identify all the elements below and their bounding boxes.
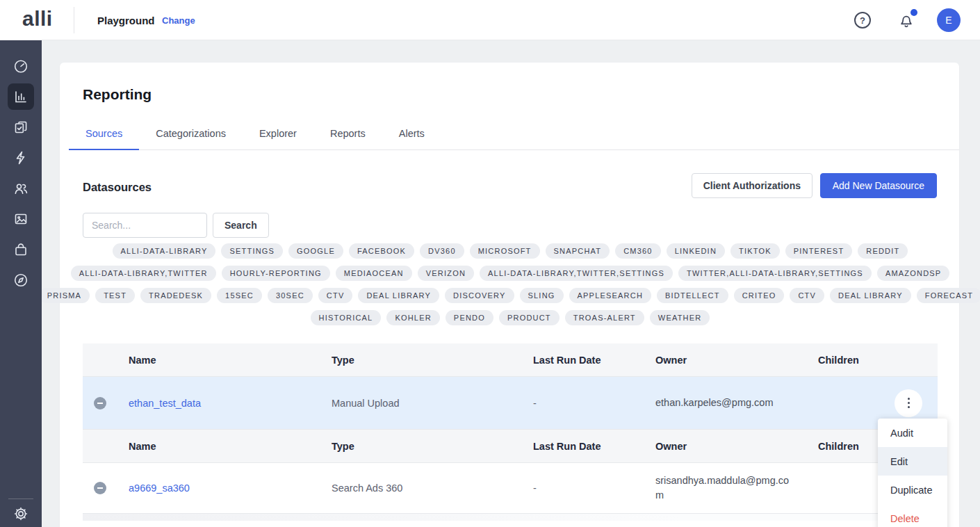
tag-chip[interactable]: SNAPCHAT [546, 243, 610, 259]
tag-chip[interactable]: 30SEC [268, 288, 313, 303]
tag-chip[interactable]: TRADEDESK [140, 288, 211, 303]
tag-chip[interactable]: CRITEO [734, 288, 785, 303]
add-new-datasource-button[interactable]: Add New Datasource [820, 173, 937, 198]
gauge-icon [13, 58, 29, 74]
tab-categorizations[interactable]: Categorizations [139, 117, 243, 150]
tag-chip[interactable]: SLING [520, 288, 564, 303]
user-avatar[interactable]: E [937, 8, 961, 32]
tag-chip[interactable]: DEAL LIBRARY [358, 288, 439, 303]
clipboard-check-icon [13, 119, 29, 136]
tab-explorer[interactable]: Explorer [243, 117, 313, 150]
sidebar-item-reporting[interactable] [8, 83, 34, 110]
row-context-menu: Audit Edit Duplicate Delete [878, 419, 947, 527]
tag-chip[interactable]: TWITTER,ALLI-DATA-LIBRARY,SETTINGS [678, 266, 872, 281]
menu-item-duplicate[interactable]: Duplicate [878, 476, 947, 504]
sidebar-item-tasks[interactable] [8, 114, 34, 140]
tag-chip[interactable]: PRODUCT [499, 310, 560, 325]
alli-logo[interactable]: alli [22, 7, 53, 31]
tag-chip[interactable]: TEST [95, 288, 135, 303]
row-actions-kebab-icon[interactable] [895, 389, 922, 417]
tag-chip[interactable]: VERIZON [418, 266, 474, 281]
search-input[interactable] [83, 213, 207, 238]
col-name: Name [129, 355, 332, 366]
collapse-row-icon[interactable] [94, 397, 106, 410]
tag-chip[interactable]: CTV [790, 288, 824, 303]
tag-chip[interactable]: CM360 [615, 243, 660, 259]
content-card: Reporting Sources Categorizations Explor… [60, 63, 959, 527]
menu-item-edit[interactable]: Edit [878, 447, 947, 476]
sidebar-item-audiences[interactable] [8, 175, 34, 202]
tag-chip[interactable]: DV360 [420, 243, 464, 259]
tag-chip[interactable]: PENDO [446, 310, 493, 325]
notification-dot [910, 9, 917, 16]
tag-chip[interactable]: MICROSOFT [470, 243, 540, 259]
tag-chip[interactable]: LINKEDIN [667, 243, 725, 259]
tag-chip[interactable]: BIDTELLECT [657, 288, 728, 303]
tag-chip[interactable]: DISCOVERY [445, 288, 514, 303]
gear-icon [13, 505, 29, 522]
lightning-icon [13, 149, 29, 166]
tag-chip[interactable]: FORECAST [917, 288, 980, 303]
notifications-bell-icon[interactable] [897, 11, 915, 29]
tag-chip[interactable]: CTV [318, 288, 353, 303]
search-button[interactable]: Search [213, 213, 269, 238]
sidebar-item-marketplace[interactable] [8, 236, 34, 263]
client-authorizations-button[interactable]: Client Authorizations [692, 173, 812, 198]
table-header: Name Type Last Run Date Owner Children [83, 343, 938, 377]
sidebar-item-dashboard[interactable] [8, 53, 34, 79]
tag-chip[interactable]: MEDIAOCEAN [336, 266, 412, 281]
table-row[interactable]: ethan_test_data Manual Upload - ethan.ka… [83, 377, 938, 430]
tag-chip[interactable]: REDDIT [858, 243, 908, 259]
topbar-divider [74, 7, 74, 33]
tab-bar: Sources Categorizations Explorer Reports… [69, 117, 959, 150]
datasource-name-link[interactable]: ethan_test_data [129, 398, 332, 409]
tab-reports[interactable]: Reports [313, 117, 382, 150]
sidebar-divider [8, 498, 33, 499]
col-owner: Owner [655, 355, 818, 366]
tag-chip[interactable]: TROAS-ALERT [565, 310, 644, 325]
tab-alerts[interactable]: Alerts [382, 117, 441, 150]
tab-sources[interactable]: Sources [69, 117, 139, 150]
menu-item-audit[interactable]: Audit [878, 419, 947, 447]
tag-chip[interactable]: KOHLER [386, 310, 439, 325]
users-icon [13, 180, 29, 197]
sidebar-item-settings[interactable] [8, 501, 34, 527]
datasource-type: Search Ads 360 [332, 483, 533, 494]
tag-chip[interactable]: SETTINGS [221, 243, 283, 259]
tag-row: ALLI-DATA-LIBRARY,TWITTER HOURLY-REPORTI… [83, 266, 938, 281]
tag-chip[interactable]: ALLI-DATA-LIBRARY,TWITTER,SETTINGS [480, 266, 673, 281]
datasource-name-link[interactable]: a9669_sa360 [129, 483, 332, 494]
sidebar-item-explore[interactable] [8, 267, 34, 293]
image-icon [13, 211, 29, 227]
tag-chip[interactable]: GOOGLE [288, 243, 343, 259]
tag-chip[interactable]: HISTORICAL [311, 310, 382, 325]
datasources-table: Name Type Last Run Date Owner Children e… [83, 343, 938, 521]
tag-chip[interactable]: APPLESEARCH [569, 288, 652, 303]
help-icon[interactable]: ? [854, 12, 871, 29]
col-last-run: Last Run Date [533, 441, 655, 452]
tag-chip[interactable]: WEATHER [650, 310, 710, 325]
table-row[interactable]: a9669_sa360 Search Ads 360 - srisandhya.… [83, 463, 938, 514]
tag-chip[interactable]: ALLI-DATA-LIBRARY,TWITTER [71, 266, 216, 281]
tag-chip[interactable]: PRISMA [39, 288, 90, 303]
tag-chip[interactable]: 15SEC [217, 288, 262, 303]
col-name: Name [129, 441, 332, 452]
tag-chip[interactable]: TIKTOK [730, 243, 780, 259]
collapse-row-icon[interactable] [94, 482, 106, 494]
tag-chip[interactable]: DEAL LIBRARY [830, 288, 911, 303]
tag-chip[interactable]: ALLI-DATA-LIBRARY [113, 243, 216, 259]
sidebar-item-activations[interactable] [8, 145, 34, 171]
change-workspace-link[interactable]: Change [162, 15, 195, 26]
menu-item-delete[interactable]: Delete [878, 504, 947, 527]
tag-chip[interactable]: HOURLY-REPORTING [222, 266, 330, 281]
tag-chip[interactable]: AMAZONDSP [877, 266, 949, 281]
col-type: Type [332, 355, 533, 366]
tag-chip[interactable]: PINTEREST [785, 243, 853, 259]
tag-chip[interactable]: FACEBOOK [349, 243, 414, 259]
tag-row: HISTORICAL KOHLER PENDO PRODUCT TROAS-AL… [83, 310, 938, 325]
sidebar [0, 40, 42, 527]
datasource-owner: ethan.karpeles@pmg.com [655, 396, 818, 410]
datasource-last-run: - [533, 483, 655, 494]
top-bar: alli Playground Change ? E [0, 0, 980, 40]
sidebar-item-media[interactable] [8, 206, 34, 232]
